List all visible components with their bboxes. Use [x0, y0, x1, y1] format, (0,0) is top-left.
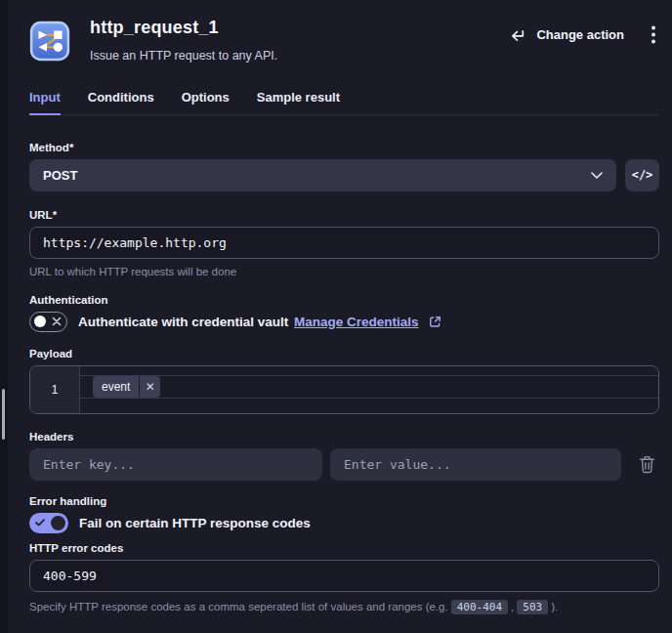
method-row: POST </> [29, 159, 659, 191]
action-config-panel: http_request_1 Issue an HTTP request to … [8, 0, 672, 633]
more-options-button[interactable] [648, 23, 659, 46]
url-helper-text: URL to which HTTP requests will be done [29, 266, 659, 277]
headers-label: Headers [29, 431, 659, 443]
change-action-label: Change action [536, 27, 624, 42]
editor-line-number: 1 [30, 366, 80, 413]
action-subtitle: Issue an HTTP request to any API. [90, 49, 510, 63]
method-code-mode-button[interactable]: </> [625, 159, 659, 191]
error-handling-label: Error handling [29, 495, 659, 507]
event-pill-remove-button[interactable]: ✕ [140, 376, 160, 398]
manage-credentials-link[interactable]: Manage Credentials [294, 315, 419, 329]
http-request-icon [29, 21, 70, 62]
return-arrow-icon [510, 27, 527, 42]
http-error-codes-input[interactable] [29, 560, 659, 592]
method-select[interactable]: POST [29, 159, 616, 191]
authentication-row: Authenticate with credential vault Manag… [29, 312, 659, 332]
header-text-block: http_request_1 Issue an HTTP request to … [90, 18, 510, 63]
tab-input[interactable]: Input [29, 90, 61, 115]
scrollbar-thumb[interactable] [2, 389, 5, 440]
error-handling-row: Fail on certain HTTP response codes [29, 513, 659, 533]
example-code-range: 400-404 [451, 600, 508, 614]
delete-header-button[interactable] [639, 455, 655, 474]
authentication-text: Authenticate with credential vault Manag… [78, 315, 441, 329]
method-value: POST [43, 168, 591, 183]
action-title: http_request_1 [90, 18, 510, 38]
example-code-single: 503 [517, 600, 548, 614]
header-value-input[interactable] [330, 448, 621, 481]
helper-prefix: Specify HTTP response codes as a comma s… [29, 601, 448, 612]
fail-on-codes-toggle[interactable] [29, 513, 68, 533]
url-label: URL* [29, 209, 659, 221]
credential-vault-toggle[interactable] [29, 312, 67, 332]
panel-header: http_request_1 Issue an HTTP request to … [29, 18, 659, 63]
error-handling-text: Fail on certain HTTP response codes [79, 516, 311, 530]
change-action-button[interactable]: Change action [510, 27, 624, 42]
trash-icon [639, 455, 655, 474]
editor-active-line[interactable]: event ✕ [80, 375, 658, 399]
toggle-x-icon [52, 316, 62, 326]
panel-left-gutter [0, 0, 8, 633]
http-error-codes-label: HTTP error codes [29, 542, 659, 554]
event-pill: event ✕ [93, 376, 160, 398]
toggle-knob [51, 516, 65, 530]
url-input[interactable] [29, 227, 659, 259]
config-tabs: Input Conditions Options Sample result [29, 90, 659, 115]
authentication-text-label: Authenticate with credential vault [78, 315, 288, 329]
toggle-knob [34, 316, 46, 327]
helper-separator: , [511, 601, 514, 612]
helper-suffix: ). [551, 601, 558, 612]
toggle-check-icon [35, 519, 45, 527]
tab-sample-result[interactable]: Sample result [257, 90, 340, 114]
headers-row [29, 448, 659, 481]
event-pill-label: event [93, 376, 139, 398]
chevron-down-icon [591, 172, 603, 179]
tab-conditions[interactable]: Conditions [88, 90, 154, 114]
payload-editor[interactable]: 1 event ✕ [29, 365, 659, 414]
editor-spacer [80, 366, 658, 375]
header-key-input[interactable] [29, 448, 322, 481]
editor-content[interactable]: event ✕ [80, 366, 658, 413]
http-error-codes-helper: Specify HTTP response codes as a comma s… [29, 600, 659, 614]
header-actions: Change action [510, 23, 659, 46]
payload-label: Payload [29, 348, 659, 359]
method-label: Method* [29, 142, 659, 153]
editor-spacer [80, 399, 658, 413]
tab-options[interactable]: Options [182, 90, 230, 114]
kebab-menu-icon [651, 25, 655, 44]
authentication-label: Authentication [29, 294, 659, 306]
external-link-icon[interactable] [428, 315, 441, 328]
